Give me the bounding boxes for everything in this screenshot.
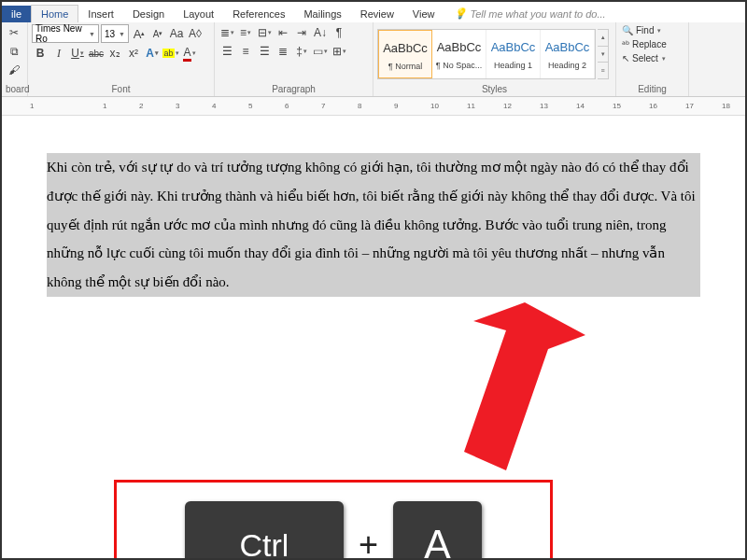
replace-button[interactable]: ᵃᵇReplace [620, 38, 684, 50]
line-spacing-icon[interactable]: ‡▾ [293, 43, 310, 60]
increase-font-icon[interactable]: A▴ [131, 25, 148, 42]
plus-sign: + [359, 525, 378, 560]
page: Khi còn trẻ, với sự tự do và trí tưởng t… [47, 153, 700, 297]
ctrl-key: Ctrl [185, 501, 344, 561]
borders-icon[interactable]: ⊞▾ [331, 43, 347, 60]
align-left-icon[interactable]: ☰ [218, 43, 235, 60]
search-icon: 🔍 [622, 25, 633, 35]
paragraph-group: ≣▾ ≡▾ ⊟▾ ⇤ ⇥ A↓ ¶ ☰ ≡ ☰ ≣ ‡▾ ▭▾ ⊞▾ Parag… [215, 22, 374, 96]
font-color-button[interactable]: A▾ [181, 45, 198, 62]
tab-home[interactable]: Home [31, 5, 78, 22]
font-name-value: Times New Ro [35, 23, 89, 44]
align-center-icon[interactable]: ≡ [237, 43, 254, 60]
style-normal[interactable]: AaBbCc ¶ Normal [378, 30, 432, 78]
style-heading-1[interactable]: AaBbCc Heading 1 [486, 30, 541, 78]
a-key: A [393, 501, 482, 561]
replace-icon: ᵃᵇ [622, 39, 629, 49]
ribbon: ✂ ⧉ 🖌 board Times New Ro▼ 13▼ A▴ A▾ Aa A… [2, 22, 745, 97]
font-group: Times New Ro▼ 13▼ A▴ A▾ Aa A◊ B I U▾ abc… [28, 22, 215, 96]
shading-icon[interactable]: ▭▾ [312, 43, 329, 60]
clear-formatting-icon[interactable]: A◊ [187, 25, 204, 42]
tab-insert[interactable]: Insert [78, 6, 123, 22]
bullets-icon[interactable]: ≣▾ [218, 24, 235, 41]
editing-group-label: Editing [620, 84, 684, 96]
select-button[interactable]: ↖Select▾ [620, 52, 684, 64]
subscript-button[interactable]: x₂ [106, 45, 123, 62]
styles-group-label: Styles [377, 84, 612, 96]
font-size-dropdown[interactable]: 13▼ [101, 24, 129, 43]
format-painter-icon[interactable]: 🖌 [6, 62, 22, 78]
tab-design[interactable]: Design [123, 6, 174, 22]
multilevel-list-icon[interactable]: ⊟▾ [256, 24, 273, 41]
chevron-down-icon: ▼ [89, 31, 95, 37]
chevron-down-icon: ▼ [119, 31, 125, 37]
align-right-icon[interactable]: ☰ [256, 43, 273, 60]
change-case-icon[interactable]: Aa [168, 25, 185, 42]
font-size-value: 13 [105, 29, 115, 39]
tab-view[interactable]: View [403, 6, 444, 22]
numbering-icon[interactable]: ≡▾ [237, 24, 254, 41]
clipboard-group: ✂ ⧉ 🖌 board [2, 22, 28, 96]
sort-icon[interactable]: A↓ [312, 24, 329, 41]
clipboard-label: board [6, 84, 23, 96]
document-area[interactable]: Khi còn trẻ, với sự tự do và trí tưởng t… [2, 116, 745, 560]
font-group-label: Font [32, 84, 210, 96]
styles-group: AaBbCc ¶ Normal AaBbCc ¶ No Spac... AaBb… [374, 22, 616, 96]
italic-button[interactable]: I [50, 45, 67, 62]
tab-mailings[interactable]: Mailings [294, 6, 350, 22]
style-heading-2[interactable]: AaBbCc Heading 2 [541, 30, 595, 78]
lightbulb-icon: 💡 [454, 7, 467, 20]
tab-file[interactable]: ile [2, 6, 31, 22]
text-effects-icon[interactable]: A▾ [144, 45, 161, 62]
annotation-arrow-icon [413, 302, 590, 498]
svg-marker-0 [464, 302, 585, 470]
strikethrough-button[interactable]: abc [88, 45, 105, 62]
cursor-icon: ↖ [622, 53, 629, 63]
show-marks-icon[interactable]: ¶ [331, 24, 347, 41]
highlight-button[interactable]: ab▾ [162, 45, 179, 62]
bold-button[interactable]: B [32, 45, 49, 62]
find-button[interactable]: 🔍Find▾ [620, 24, 684, 36]
horizontal-ruler[interactable]: 112345678910111213141516171819 [2, 97, 745, 116]
tab-references[interactable]: References [223, 6, 294, 22]
shortcut-callout: Ctrl + A [114, 480, 553, 560]
selected-paragraph[interactable]: Khi còn trẻ, với sự tự do và trí tưởng t… [47, 153, 700, 297]
tell-me-search[interactable]: 💡 Tell me what you want to do... [444, 5, 615, 22]
paragraph-group-label: Paragraph [218, 84, 369, 96]
tab-layout[interactable]: Layout [174, 6, 223, 22]
editing-group: 🔍Find▾ ᵃᵇReplace ↖Select▾ Editing [616, 22, 689, 96]
styles-scroll-down-icon[interactable]: ▾ [598, 47, 608, 63]
superscript-button[interactable]: x² [125, 45, 142, 62]
tell-me-label: Tell me what you want to do... [471, 8, 606, 20]
styles-scroll-up-icon[interactable]: ▴ [598, 30, 608, 47]
copy-icon[interactable]: ⧉ [6, 43, 22, 60]
justify-icon[interactable]: ≣ [275, 43, 291, 60]
underline-button[interactable]: U▾ [69, 45, 86, 62]
increase-indent-icon[interactable]: ⇥ [293, 24, 310, 41]
font-name-dropdown[interactable]: Times New Ro▼ [32, 24, 99, 43]
decrease-font-icon[interactable]: A▾ [149, 25, 166, 42]
styles-more-icon[interactable]: ≡ [598, 63, 608, 78]
decrease-indent-icon[interactable]: ⇤ [275, 24, 291, 41]
ribbon-tabs: ile Home Insert Design Layout References… [2, 2, 745, 22]
tab-review[interactable]: Review [351, 6, 403, 22]
cut-icon[interactable]: ✂ [6, 24, 22, 41]
style-no-spacing[interactable]: AaBbCc ¶ No Spac... [432, 30, 486, 78]
styles-gallery[interactable]: AaBbCc ¶ Normal AaBbCc ¶ No Spac... AaBb… [377, 29, 596, 79]
